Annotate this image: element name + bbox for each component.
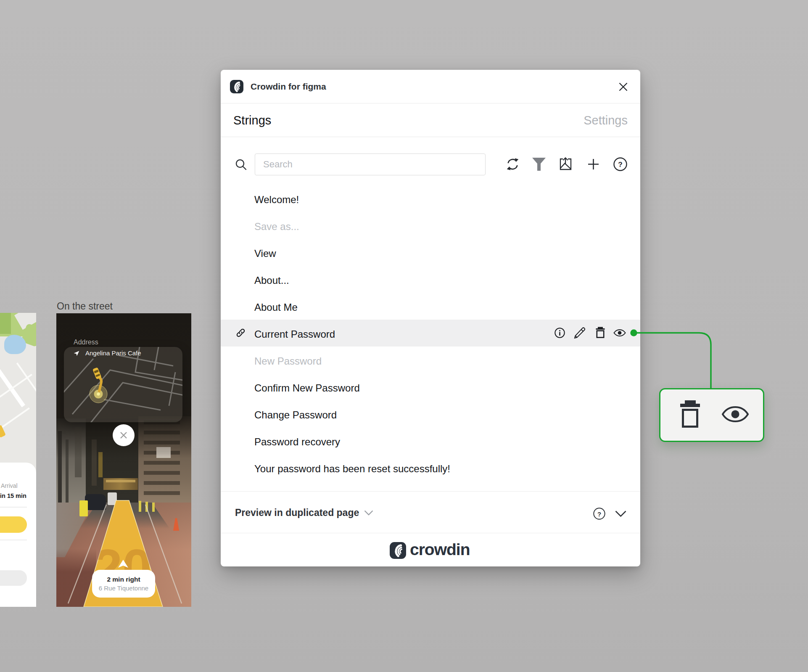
svg-text:?: ?: [597, 511, 601, 518]
svg-text:?: ?: [618, 161, 622, 169]
